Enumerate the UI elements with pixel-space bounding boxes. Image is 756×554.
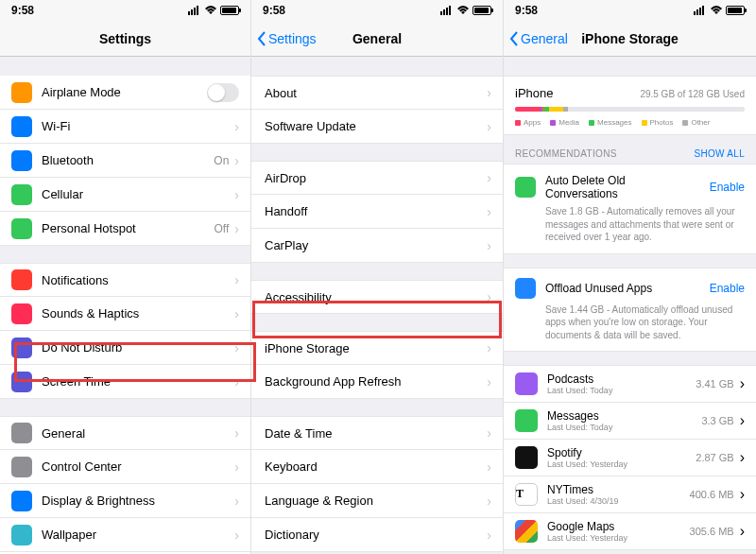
app-last-used: Last Used: Yesterday: [547, 533, 690, 543]
settings-row[interactable]: Notifications›: [0, 263, 250, 297]
settings-row[interactable]: Date & Time›: [251, 416, 503, 450]
settings-row[interactable]: Keyboard›: [251, 450, 503, 484]
recommendation-auto-delete[interactable]: Auto Delete Old Conversations Enable Sav…: [504, 164, 756, 254]
recommendation-desc: Save 1.44 GB - Automatically offload unu…: [515, 303, 745, 342]
app-icon: T: [515, 483, 538, 506]
row-detail: On: [214, 154, 229, 167]
settings-row[interactable]: Screen Time›: [0, 365, 250, 399]
app-row[interactable]: Google MapsLast Used: Yesterday305.6 MB›: [504, 513, 756, 550]
enable-link[interactable]: Enable: [710, 181, 745, 194]
show-all-link[interactable]: SHOW ALL: [694, 148, 745, 159]
chevron-right-icon: ›: [487, 170, 491, 185]
chevron-right-icon: ›: [487, 340, 491, 355]
app-size: 2.87 GB: [696, 452, 733, 463]
recommendation-offload[interactable]: Offload Unused Apps Enable Save 1.44 GB …: [504, 268, 756, 353]
row-detail: Off: [215, 222, 230, 235]
status-indicators: [440, 6, 491, 15]
settings-row[interactable]: Wallpaper›: [0, 518, 250, 552]
chevron-right-icon: ›: [487, 119, 491, 134]
chevron-right-icon: ›: [740, 523, 745, 540]
wifi-icon: [11, 116, 32, 137]
toggle-switch[interactable]: [207, 83, 239, 102]
settings-row[interactable]: Handoff›: [251, 195, 503, 229]
chevron-right-icon: ›: [487, 238, 491, 253]
back-label: Settings: [268, 31, 317, 46]
settings-row[interactable]: Language & Region›: [251, 484, 503, 518]
settings-row[interactable]: Software Update›: [251, 110, 503, 144]
app-row[interactable]: MessagesLast Used: Today3.3 GB›: [504, 403, 756, 440]
settings-row[interactable]: General›: [0, 416, 250, 450]
status-indicators: [188, 6, 239, 15]
nav-title: Settings: [0, 31, 250, 46]
wallpaper-icon: [11, 525, 32, 545]
settings-row[interactable]: iPhone Storage›: [251, 331, 503, 365]
settings-row[interactable]: Control Center›: [0, 450, 250, 484]
row-label: General: [42, 426, 234, 441]
settings-row[interactable]: About›: [251, 76, 503, 110]
svg-rect-5: [443, 9, 445, 15]
chevron-right-icon: ›: [487, 289, 491, 304]
row-label: Cellular: [42, 187, 234, 201]
signal-icon: [440, 6, 454, 15]
row-label: Notifications: [42, 273, 234, 287]
settings-row[interactable]: BluetoothOn›: [0, 144, 250, 178]
chevron-right-icon: ›: [234, 221, 239, 236]
notifications-icon: [11, 269, 32, 290]
settings-row[interactable]: Airplane Mode: [0, 76, 250, 110]
svg-rect-4: [440, 11, 442, 15]
settings-row[interactable]: CarPlay›: [251, 229, 503, 263]
settings-row[interactable]: Sounds & Haptics›: [0, 297, 250, 331]
app-name: Messages: [547, 409, 701, 423]
chevron-right-icon: ›: [234, 425, 239, 441]
app-name: Spotify: [547, 446, 696, 459]
appstore-icon: [515, 278, 536, 299]
row-label: Handoff: [265, 204, 487, 218]
row-label: Sounds & Haptics: [42, 306, 234, 320]
status-time: 9:58: [263, 4, 285, 17]
recommendation-title: Auto Delete Old Conversations: [545, 174, 700, 200]
nav-bar: General iPhone Storage: [504, 21, 756, 57]
app-icon: [515, 409, 538, 432]
app-icon: [515, 446, 538, 469]
settings-row[interactable]: AirDrop›: [251, 161, 503, 195]
settings-row[interactable]: Dictionary›: [251, 518, 503, 552]
cellular-icon: [11, 184, 32, 205]
toggles-icon: [11, 457, 32, 477]
legend-item: Media: [550, 118, 579, 127]
svg-rect-2: [194, 8, 196, 15]
row-label: Dictionary: [265, 528, 487, 542]
settings-row[interactable]: Accessibility›: [251, 280, 503, 314]
hourglass-icon: [11, 372, 32, 392]
app-row[interactable]: TNYTimesLast Used: 4/30/19400.6 MB›: [504, 476, 756, 513]
status-bar: 9:58: [0, 0, 250, 21]
settings-row[interactable]: Display & Brightness›: [0, 484, 250, 518]
storage-used: 29.5 GB of 128 GB Used: [640, 89, 745, 99]
recommendations-header: RECOMMENDATIONS SHOW ALL: [504, 135, 756, 164]
back-button[interactable]: Settings: [257, 31, 317, 46]
device-name: iPhone: [515, 86, 553, 100]
app-name: NYTimes: [547, 483, 690, 496]
row-label: Personal Hotspot: [42, 221, 215, 235]
settings-row[interactable]: Cellular›: [0, 178, 250, 212]
svg-rect-7: [449, 6, 451, 15]
svg-rect-8: [694, 11, 696, 15]
app-row[interactable]: PodcastsLast Used: Today3.41 GB›: [504, 365, 756, 403]
chevron-right-icon: ›: [234, 306, 239, 321]
recommendation-desc: Save 1.8 GB - Automatically removes all …: [515, 205, 745, 244]
chevron-right-icon: ›: [234, 459, 239, 475]
app-row[interactable]: SpotifyLast Used: Yesterday2.87 GB›: [504, 440, 756, 476]
chevron-right-icon: ›: [234, 528, 239, 543]
enable-link[interactable]: Enable: [710, 282, 745, 295]
svg-rect-10: [699, 8, 701, 15]
moon-icon: [11, 338, 32, 358]
settings-row[interactable]: Wi-Fi›: [0, 110, 250, 144]
status-indicators: [694, 6, 745, 15]
back-button[interactable]: General: [509, 31, 568, 46]
settings-row[interactable]: Do Not Disturb›: [0, 331, 250, 365]
svg-rect-0: [188, 11, 190, 15]
row-label: Control Center: [42, 459, 234, 474]
settings-row[interactable]: Background App Refresh›: [251, 365, 503, 399]
messages-icon: [515, 177, 536, 198]
settings-row[interactable]: Personal HotspotOff›: [0, 212, 250, 246]
row-label: Airplane Mode: [42, 85, 207, 99]
